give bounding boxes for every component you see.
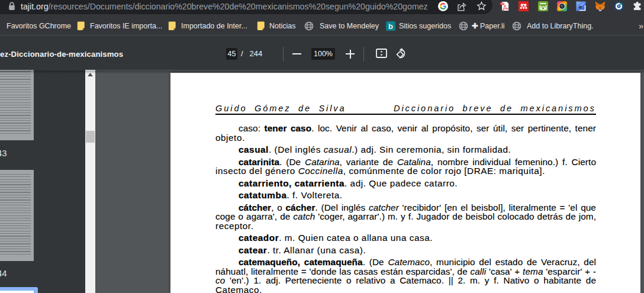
svg-text:b: b xyxy=(388,22,393,31)
